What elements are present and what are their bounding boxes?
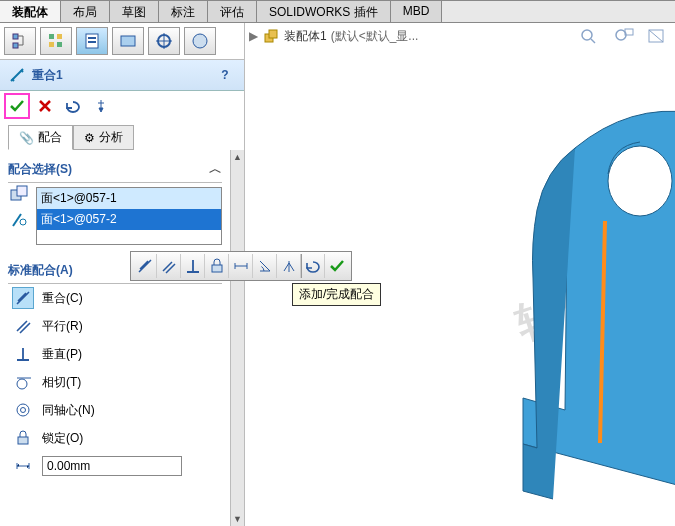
multi-mate-icon[interactable] <box>8 183 30 205</box>
property-commands <box>0 91 244 121</box>
mate-parallel[interactable]: 平行(R) <box>8 312 222 340</box>
ctx-lock-icon[interactable] <box>205 254 229 278</box>
tab-mbd[interactable]: MBD <box>391 1 443 22</box>
help-icon[interactable]: ? <box>214 64 236 86</box>
distance-icon <box>12 455 34 477</box>
breadcrumb-state: (默认<默认_显... <box>331 28 419 45</box>
selection-item-1[interactable]: 面<1>@057-2 <box>37 209 221 230</box>
perpendicular-icon <box>12 343 34 365</box>
mate-selection-list[interactable]: 面<1>@057-1 面<1>@057-2 <box>36 187 222 245</box>
subtab-analyze-label: 分析 <box>99 129 123 146</box>
mate-label: 相切(T) <box>42 374 218 391</box>
tab-addins[interactable]: SOLIDWORKS 插件 <box>257 1 391 22</box>
mate-subtabs: 📎配合 ⚙分析 <box>0 121 244 150</box>
panel-tab-bar <box>0 23 244 60</box>
tab-evaluate[interactable]: 评估 <box>208 1 257 22</box>
mate-label: 重合(C) <box>42 290 218 307</box>
svg-rect-1 <box>13 43 18 48</box>
ctx-coincident-icon[interactable] <box>133 254 157 278</box>
ctx-parallel-icon[interactable] <box>157 254 181 278</box>
ctx-distance-icon[interactable] <box>229 254 253 278</box>
panel-tab-appearance[interactable] <box>148 27 180 55</box>
gears-icon: ⚙ <box>84 131 95 145</box>
tab-assembly[interactable]: 装配体 <box>0 1 61 22</box>
assembly-icon <box>262 27 280 45</box>
concentric-icon <box>12 399 34 421</box>
undo-button[interactable] <box>62 95 84 117</box>
property-title: 重合1 <box>32 67 208 84</box>
selection-empty <box>37 230 221 244</box>
svg-line-25 <box>591 39 595 43</box>
panel-tab-dimxpert[interactable] <box>184 27 216 55</box>
svg-rect-0 <box>13 34 18 39</box>
zoom-window-icon[interactable] <box>613 27 635 45</box>
mate-distance[interactable]: 0.00mm <box>8 452 222 480</box>
tab-annotate[interactable]: 标注 <box>159 1 208 22</box>
collapse-icon[interactable]: ︿ <box>209 160 222 178</box>
svg-rect-7 <box>88 37 96 39</box>
zoom-icon[interactable] <box>579 27 601 45</box>
mate-lock[interactable]: 锁定(O) <box>8 424 222 452</box>
breadcrumb[interactable]: ▶ 装配体1 (默认<默认_显... <box>249 27 418 45</box>
subtab-mate-label: 配合 <box>38 129 62 146</box>
mate-perpendicular[interactable]: 垂直(P) <box>8 340 222 368</box>
mate-concentric[interactable]: 同轴心(N) <box>8 396 222 424</box>
distance-value[interactable]: 0.00mm <box>42 456 182 476</box>
panel-tab-property-manager[interactable] <box>76 27 108 55</box>
mate-label: 同轴心(N) <box>42 402 218 419</box>
scroll-up-icon[interactable]: ▲ <box>231 150 245 164</box>
ctx-flip-icon[interactable] <box>277 254 301 278</box>
svg-point-16 <box>20 219 26 225</box>
tab-sketch[interactable]: 草图 <box>110 1 159 22</box>
svg-rect-21 <box>18 437 28 444</box>
model-3d[interactable] <box>505 73 675 526</box>
mate-alignment-icon[interactable] <box>8 209 30 231</box>
svg-point-17 <box>17 379 27 389</box>
cancel-button[interactable] <box>34 95 56 117</box>
section-view-icon[interactable] <box>647 27 667 45</box>
ok-button[interactable] <box>6 95 28 117</box>
standard-mates-heading: 标准配合(A) <box>8 262 73 279</box>
svg-point-13 <box>193 34 207 48</box>
svg-point-20 <box>21 408 26 413</box>
ctx-perpendicular-icon[interactable] <box>181 254 205 278</box>
ctx-ok-icon[interactable] <box>325 254 349 278</box>
svg-point-38 <box>608 146 672 216</box>
svg-rect-23 <box>269 30 277 38</box>
mate-label: 垂直(P) <box>42 346 218 363</box>
tab-layout[interactable]: 布局 <box>61 1 110 22</box>
subtab-mate[interactable]: 📎配合 <box>8 125 73 150</box>
tangent-icon <box>12 371 34 393</box>
ctx-undo-icon[interactable] <box>301 254 325 278</box>
panel-tab-feature-tree[interactable] <box>4 27 36 55</box>
svg-rect-8 <box>88 41 96 43</box>
breadcrumb-doc[interactable]: 装配体1 <box>284 28 327 45</box>
parallel-icon <box>12 315 34 337</box>
mate-selection-heading: 配合选择(S) <box>8 161 72 178</box>
svg-rect-9 <box>121 36 135 46</box>
ctx-angle-icon[interactable] <box>253 254 277 278</box>
panel-tab-configurations[interactable] <box>40 27 72 55</box>
mate-selection-section: 配合选择(S)︿ 面<1>@057-1 面<1>@057-2 <box>0 150 230 251</box>
chevron-right-icon[interactable]: ▶ <box>249 29 258 43</box>
svg-point-24 <box>582 30 592 40</box>
svg-rect-39 <box>212 265 222 272</box>
mate-coincident[interactable]: 重合(C) <box>8 284 222 312</box>
svg-rect-15 <box>17 186 27 196</box>
pin-button[interactable] <box>90 95 112 117</box>
lock-icon <box>12 427 34 449</box>
scroll-down-icon[interactable]: ▼ <box>231 512 245 526</box>
coincident-icon <box>12 287 34 309</box>
tooltip: 添加/完成配合 <box>292 283 381 306</box>
svg-rect-2 <box>49 34 54 39</box>
selection-item-0[interactable]: 面<1>@057-1 <box>37 188 221 209</box>
mate-context-toolbar <box>130 251 352 281</box>
svg-rect-4 <box>49 42 54 47</box>
panel-tab-display-manager[interactable] <box>112 27 144 55</box>
svg-point-19 <box>17 404 29 416</box>
panel-scrollbar[interactable]: ▲ ▼ <box>230 150 244 526</box>
standard-mates-section: 标准配合(A)︿ 重合(C) 平行(R) 垂直(P) 相切(T) 同轴心(N) … <box>0 251 230 486</box>
subtab-analyze[interactable]: ⚙分析 <box>73 125 134 150</box>
command-manager-tabs: 装配体 布局 草图 标注 评估 SOLIDWORKS 插件 MBD <box>0 1 675 23</box>
mate-tangent[interactable]: 相切(T) <box>8 368 222 396</box>
